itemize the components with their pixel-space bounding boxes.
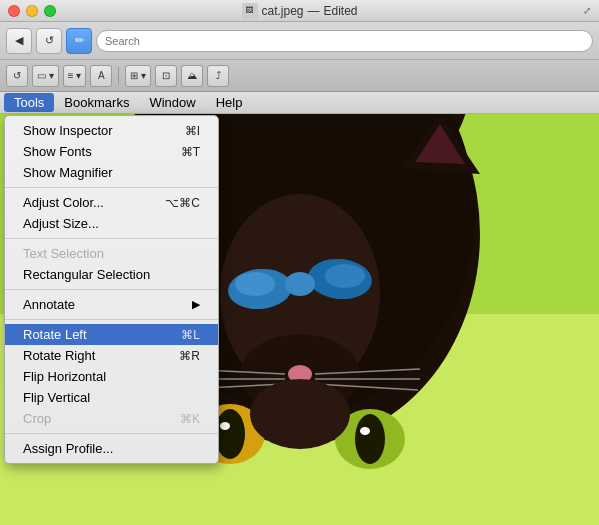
show-magnifier-item[interactable]: Show Magnifier <box>5 162 218 183</box>
export-icon[interactable]: ⤴ <box>207 65 229 87</box>
rotate-left-shortcut: ⌘L <box>181 328 200 342</box>
svg-point-13 <box>220 422 230 430</box>
crop-item: Crop ⌘K <box>5 408 218 429</box>
show-fonts-item[interactable]: Show Fonts ⌘T <box>5 141 218 162</box>
menubar: Tools Show Inspector ⌘I Show Fonts ⌘T Sh… <box>0 92 599 114</box>
annotate-item[interactable]: Annotate ▶ <box>5 294 218 315</box>
minimize-button[interactable] <box>26 5 38 17</box>
show-inspector-shortcut: ⌘I <box>185 124 200 138</box>
bookmarks-menu[interactable]: Bookmarks <box>54 93 139 112</box>
tools-dropdown: Show Inspector ⌘I Show Fonts ⌘T Show Mag… <box>4 115 219 464</box>
tools-menu-wrapper: Tools Show Inspector ⌘I Show Fonts ⌘T Sh… <box>4 93 54 112</box>
crop-shortcut: ⌘K <box>180 412 200 426</box>
rotate-left-label: Rotate Left <box>23 327 87 342</box>
show-fonts-shortcut: ⌘T <box>181 145 200 159</box>
flip-horizontal-label: Flip Horizontal <box>23 369 106 384</box>
flip-vertical-label: Flip Vertical <box>23 390 90 405</box>
crop-icon[interactable]: ⊡ <box>155 65 177 87</box>
flip-vertical-item[interactable]: Flip Vertical <box>5 387 218 408</box>
main-toolbar: ◀ ↺ ✏ <box>0 22 599 60</box>
rotate-right-label: Rotate Right <box>23 348 95 363</box>
levels-icon[interactable]: ⛰ <box>181 65 203 87</box>
adjust-color-shortcut: ⌥⌘C <box>165 196 200 210</box>
svg-point-12 <box>215 409 245 459</box>
text-button[interactable]: A <box>90 65 112 87</box>
text-selection-item: Text Selection <box>5 243 218 264</box>
adjust-size-label: Adjust Size... <box>23 216 99 231</box>
rotate-left-icon[interactable]: ↺ <box>6 65 28 87</box>
separator-5 <box>5 433 218 434</box>
window-controls[interactable] <box>8 5 56 17</box>
window-menu[interactable]: Window <box>139 93 205 112</box>
separator-1 <box>118 67 119 85</box>
search-input[interactable] <box>96 30 593 52</box>
annotate-arrow-icon: ▶ <box>192 298 200 311</box>
separator-3 <box>5 289 218 290</box>
annotate-label: Annotate <box>23 297 75 312</box>
tools-menu[interactable]: Tools <box>4 93 54 112</box>
secondary-toolbar: ↺ ▭ ▾ ≡ ▾ A ⊞ ▾ ⊡ ⛰ ⤴ <box>0 60 599 92</box>
flip-horizontal-item[interactable]: Flip Horizontal <box>5 366 218 387</box>
svg-point-16 <box>360 427 370 435</box>
separator-4 <box>5 319 218 320</box>
svg-point-10 <box>325 264 365 288</box>
rotate-right-shortcut: ⌘R <box>179 349 200 363</box>
show-inspector-label: Show Inspector <box>23 123 113 138</box>
rectangular-selection-item[interactable]: Rectangular Selection <box>5 264 218 285</box>
svg-point-25 <box>250 379 350 449</box>
window-title: 🖼 cat.jpeg — Edited <box>241 3 357 19</box>
adjust-color-item[interactable]: Adjust Color... ⌥⌘C <box>5 192 218 213</box>
close-button[interactable] <box>8 5 20 17</box>
adjust-size-item[interactable]: Adjust Size... <box>5 213 218 234</box>
edit-button[interactable]: ✏ <box>66 28 92 54</box>
svg-point-15 <box>355 414 385 464</box>
file-icon: 🖼 <box>241 3 257 19</box>
show-magnifier-label: Show Magnifier <box>23 165 113 180</box>
forward-button[interactable]: ↺ <box>36 28 62 54</box>
title-separator: — <box>308 4 320 18</box>
maximize-button[interactable] <box>44 5 56 17</box>
separator-1 <box>5 187 218 188</box>
layout-button[interactable]: ⊞ ▾ <box>125 65 151 87</box>
assign-profile-label: Assign Profile... <box>23 441 113 456</box>
show-fonts-label: Show Fonts <box>23 144 92 159</box>
titlebar: 🖼 cat.jpeg — Edited ⤢ <box>0 0 599 22</box>
edited-status: Edited <box>324 4 358 18</box>
help-menu[interactable]: Help <box>206 93 253 112</box>
back-button[interactable]: ◀ <box>6 28 32 54</box>
rectangular-selection-label: Rectangular Selection <box>23 267 150 282</box>
rotate-right-item[interactable]: Rotate Right ⌘R <box>5 345 218 366</box>
show-inspector-item[interactable]: Show Inspector ⌘I <box>5 120 218 141</box>
shape-dropdown[interactable]: ▭ ▾ <box>32 65 59 87</box>
adjust-color-label: Adjust Color... <box>23 195 104 210</box>
svg-point-8 <box>285 272 315 296</box>
svg-point-9 <box>235 272 275 296</box>
separator-2 <box>5 238 218 239</box>
filename-label: cat.jpeg <box>261 4 303 18</box>
rotate-left-item[interactable]: Rotate Left ⌘L <box>5 324 218 345</box>
expand-button[interactable]: ⤢ <box>583 5 591 16</box>
crop-label: Crop <box>23 411 51 426</box>
text-selection-label: Text Selection <box>23 246 104 261</box>
align-button[interactable]: ≡ ▾ <box>63 65 87 87</box>
assign-profile-item[interactable]: Assign Profile... <box>5 438 218 459</box>
